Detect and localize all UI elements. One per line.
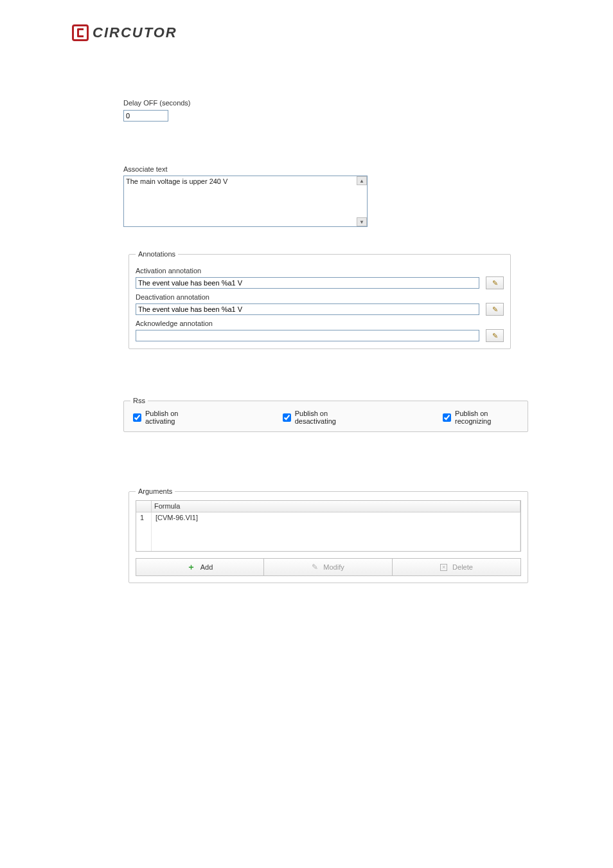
delete-button[interactable]: × Delete: [393, 558, 521, 576]
pencil-icon: ✎: [312, 563, 318, 572]
delay-off-block: Delay OFF (seconds): [123, 99, 226, 122]
arguments-table[interactable]: Formula 1 [CVM-96.VI1]: [136, 500, 521, 552]
activation-label: Activation annotation: [136, 267, 504, 275]
acknowledge-input[interactable]: [136, 330, 479, 341]
rss-legend: Rss: [130, 397, 148, 404]
table-row[interactable]: 1 [CVM-96.VI1]: [136, 512, 520, 551]
arguments-cell-index: 1: [136, 512, 152, 551]
arguments-col-index: [136, 501, 152, 512]
arguments-legend: Arguments: [136, 487, 175, 495]
delete-icon: ×: [440, 564, 447, 571]
deactivation-label: Deactivation annotation: [136, 293, 504, 301]
deactivation-browse-button[interactable]: ✎: [486, 303, 504, 316]
plus-icon: ＋: [187, 561, 195, 573]
modify-button-label: Modify: [323, 563, 344, 571]
rss-activating-input[interactable]: [133, 413, 141, 422]
associate-text-area[interactable]: The main voltage is upper 240 V ▲ ▼: [123, 176, 368, 227]
rss-activating-checkbox[interactable]: Publish on activating: [133, 410, 206, 425]
arguments-col-formula: Formula: [152, 501, 520, 512]
rss-deactivating-checkbox[interactable]: Publish on desactivating: [283, 410, 366, 425]
activation-browse-button[interactable]: ✎: [486, 276, 504, 289]
rss-recognizing-label: Publish on recognizing: [455, 410, 521, 425]
pencil-icon: ✎: [492, 332, 498, 340]
deactivation-input[interactable]: [136, 303, 479, 315]
rss-activating-label: Publish on activating: [145, 410, 206, 425]
scroll-up-icon[interactable]: ▲: [357, 176, 367, 185]
annotations-panel: Annotations Activation annotation ✎ Deac…: [129, 250, 511, 349]
pencil-icon: ✎: [492, 279, 498, 287]
rss-deactivating-label: Publish on desactivating: [295, 410, 366, 425]
rss-panel: Rss Publish on activating Publish on des…: [123, 397, 528, 432]
rss-recognizing-input[interactable]: [443, 413, 451, 422]
acknowledge-browse-button[interactable]: ✎: [486, 329, 504, 342]
modify-button[interactable]: ✎ Modify: [264, 558, 393, 576]
brand-mark-icon: [72, 24, 89, 41]
brand-logo: CIRCUTOR: [72, 24, 613, 41]
associate-text-block: Associate text The main voltage is upper…: [123, 165, 368, 227]
scroll-down-icon[interactable]: ▼: [357, 217, 367, 226]
annotations-legend: Annotations: [136, 250, 178, 258]
arguments-cell-formula: [CVM-96.VI1]: [152, 512, 520, 551]
delay-off-input[interactable]: [123, 110, 168, 122]
delete-button-label: Delete: [452, 563, 473, 571]
associate-text-label: Associate text: [123, 165, 368, 173]
associate-text-value: The main voltage is upper 240 V: [126, 177, 227, 185]
arguments-panel: Arguments Formula 1 [CVM-96.VI1] ＋ Add ✎…: [129, 487, 528, 583]
add-button-label: Add: [200, 563, 213, 571]
add-button[interactable]: ＋ Add: [136, 558, 264, 576]
delay-off-label: Delay OFF (seconds): [123, 99, 226, 107]
pencil-icon: ✎: [492, 305, 498, 314]
activation-input[interactable]: [136, 277, 479, 289]
rss-recognizing-checkbox[interactable]: Publish on recognizing: [443, 410, 521, 425]
rss-deactivating-input[interactable]: [283, 413, 291, 422]
brand-name: CIRCUTOR: [93, 24, 177, 41]
acknowledge-label: Acknowledge annotation: [136, 320, 504, 327]
